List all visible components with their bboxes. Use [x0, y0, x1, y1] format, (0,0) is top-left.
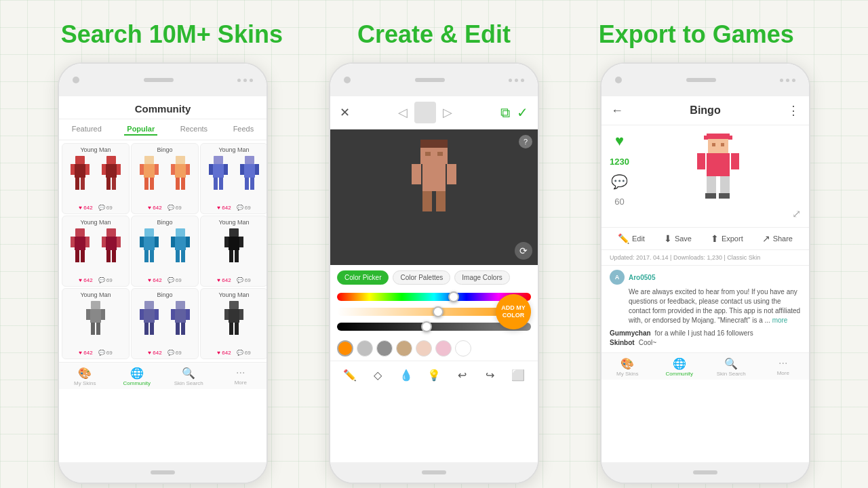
help-button[interactable]: ?	[519, 135, 532, 148]
color-tabs: Color Picker Color Palettes Image Colors	[330, 265, 538, 287]
hue-thumb[interactable]	[448, 291, 459, 302]
swatch-peach[interactable]	[416, 340, 432, 357]
phone-community: Community Featured Popular Recents Feeds…	[58, 62, 268, 484]
tab-feeds[interactable]: Feeds	[231, 123, 257, 136]
skin-label-0: Young Man	[65, 146, 126, 153]
skin-cell-3[interactable]: Young Man ♥ 642 💬 69	[62, 216, 130, 287]
swatch-tan[interactable]	[396, 340, 412, 357]
tab-featured[interactable]: Featured	[69, 123, 104, 136]
skin-cell-1[interactable]: Bingo ♥ 642 💬 69	[131, 143, 199, 214]
svg-rect-112	[719, 193, 730, 199]
nav-my-skins-1[interactable]: 🎨 My Skins	[59, 363, 111, 389]
phone-editor: ✕ ◁ ▷ ⧉ ✓	[329, 62, 539, 484]
svg-rect-5	[81, 178, 85, 190]
svg-rect-91	[420, 148, 448, 164]
nav-community-1[interactable]: 🌐 Community	[111, 363, 163, 389]
skin-search-icon-3: 🔍	[705, 357, 757, 370]
skin-stats-2: ♥ 642 💬 69	[203, 205, 264, 211]
redo-button[interactable]: ↪	[481, 365, 500, 384]
camera-2	[344, 77, 351, 83]
dots-2	[509, 79, 524, 82]
heart-stat-0: ♥ 642	[79, 205, 92, 211]
tab-recents[interactable]: Recents	[178, 123, 210, 136]
nav-more-1[interactable]: ··· More	[215, 363, 267, 389]
tab-popular[interactable]: Popular	[124, 123, 157, 136]
share-button[interactable]: ↗ Share	[762, 233, 793, 244]
skin-label-5: Young Man	[203, 219, 264, 226]
nav-label-more-3: More	[757, 370, 810, 376]
arrow-left-icon[interactable]: ◁	[398, 105, 408, 120]
close-button[interactable]: ✕	[340, 105, 350, 120]
svg-rect-79	[175, 309, 186, 323]
camera-3	[615, 77, 622, 83]
svg-rect-10	[106, 178, 111, 190]
skin-cell-7[interactable]: Bingo ♥ 642 💬 69	[131, 288, 199, 359]
comment-icon: 💬	[611, 174, 628, 190]
skin-cell-0[interactable]: Young Man ♥ 642 💬 69	[62, 143, 130, 214]
nav-community-3[interactable]: 🌐 Community	[654, 353, 706, 380]
image-colors-tab[interactable]: Image Colors	[454, 270, 509, 285]
undo-button[interactable]: ↩	[452, 365, 471, 384]
edit-button[interactable]: ✏️ Edit	[618, 233, 645, 244]
svg-rect-19	[175, 164, 186, 178]
save-button[interactable]: ⬇ Save	[664, 233, 692, 244]
more-link[interactable]: more	[772, 317, 788, 324]
arrow-right-icon[interactable]: ▷	[443, 105, 452, 120]
swatch-pink[interactable]	[435, 340, 452, 357]
edit-icon: ✏️	[618, 233, 629, 244]
saturation-thumb[interactable]	[433, 306, 443, 317]
confirm-button[interactable]: ✓	[517, 104, 528, 121]
skin-search-icon-1: 🔍	[163, 367, 215, 380]
brightness-thumb[interactable]	[421, 321, 432, 332]
nav-skin-search-3[interactable]: 🔍 Skin Search	[705, 353, 757, 380]
add-color-button[interactable]: ADD MY COLOR	[496, 294, 531, 329]
svg-rect-87	[239, 309, 243, 320]
svg-rect-4	[75, 178, 79, 190]
swatch-orange[interactable]	[337, 340, 353, 357]
color-palettes-tab[interactable]: Color Palettes	[393, 270, 450, 285]
nav-more-3[interactable]: ··· More	[757, 353, 810, 380]
nav-skin-search-1[interactable]: 🔍 Skin Search	[163, 363, 215, 389]
svg-rect-38	[71, 237, 75, 247]
skin-cell-2[interactable]: Young Man ♥ 642 💬 69	[200, 143, 268, 214]
select-tool[interactable]: ⬜	[509, 365, 528, 384]
svg-rect-26	[209, 164, 213, 175]
skin-cell-5[interactable]: Young Man ♥ 642 💬 69	[200, 216, 268, 287]
fill-tool[interactable]: 💡	[425, 365, 443, 384]
nav-label-community-3: Community	[654, 371, 706, 377]
nav-my-skins-3[interactable]: 🎨 My Skins	[601, 353, 654, 380]
color-picker-tab[interactable]: Color Picker	[337, 270, 389, 285]
rotate-button[interactable]: ⟳	[515, 242, 532, 260]
pencil-tool[interactable]: ✏️	[340, 365, 359, 384]
expand-button[interactable]: ⤢	[792, 207, 801, 220]
my-skins-icon-3: 🎨	[601, 357, 654, 370]
phone2-content: ✕ ◁ ▷ ⧉ ✓	[330, 96, 538, 462]
back-button[interactable]: ←	[611, 104, 623, 118]
svg-rect-65	[235, 250, 239, 262]
swatch-gray[interactable]	[376, 340, 393, 357]
nav-label-my-skins-1: My Skins	[59, 380, 111, 386]
export-button[interactable]: ⬆ Export	[711, 233, 743, 244]
svg-rect-76	[144, 323, 149, 335]
layers-icon[interactable]: ⧉	[500, 105, 510, 121]
eraser-tool[interactable]: ◇	[368, 365, 387, 384]
skin-cell-4[interactable]: Bingo ♥ 642 💬 69	[131, 216, 199, 287]
share-icon: ↗	[762, 233, 770, 244]
skin-label-8: Young Man	[203, 291, 264, 298]
swatch-lightgray[interactable]	[357, 340, 373, 357]
username[interactable]: Aro0505	[629, 274, 655, 281]
swatch-white[interactable]	[455, 340, 471, 357]
skin-cell-8[interactable]: Young Man ♥ 642 💬 69	[200, 288, 268, 359]
reply-username-1[interactable]: Skinbot	[610, 339, 635, 346]
svg-rect-35	[250, 178, 254, 190]
skin-cell-6[interactable]: Young Man ♥ 642 💬 69	[62, 288, 130, 359]
svg-rect-20	[171, 164, 175, 175]
reply-username-0[interactable]: Gummychan	[610, 329, 651, 337]
svg-rect-86	[224, 309, 229, 320]
skin-stats-4: ♥ 642 💬 69	[134, 277, 195, 283]
svg-rect-9	[117, 164, 121, 175]
eyedropper-tool[interactable]: 💧	[397, 365, 416, 384]
svg-rect-72	[144, 301, 154, 309]
svg-rect-11	[112, 178, 116, 190]
more-options-button[interactable]: ⋮	[787, 103, 800, 118]
